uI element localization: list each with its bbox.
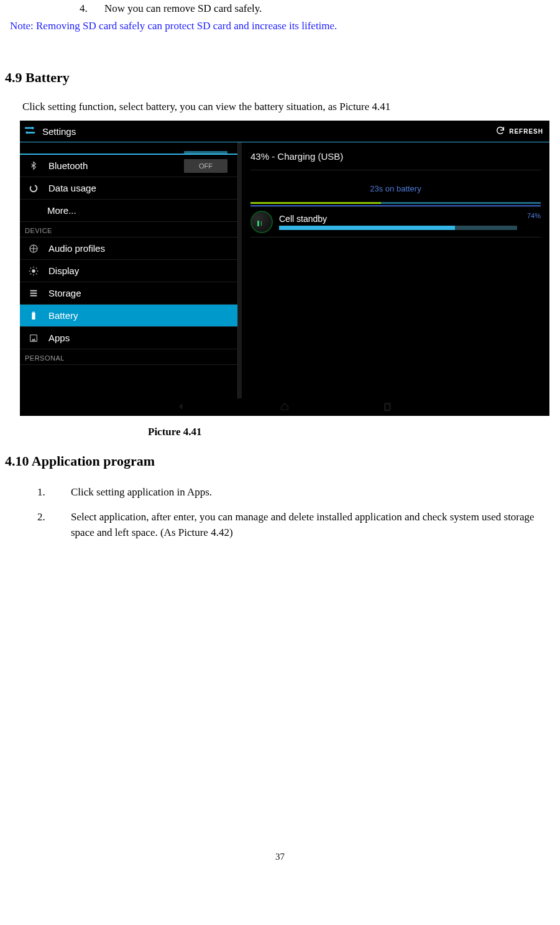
battery-usage-row[interactable]: Cell standby 74% — [250, 207, 541, 237]
sidebar-label: Display — [48, 265, 79, 276]
sidebar-item-storage[interactable]: Storage — [20, 282, 237, 305]
sidebar-item-bluetooth[interactable]: Bluetooth OFF — [20, 155, 237, 177]
step-1: 1. Click setting application in Apps. — [37, 484, 555, 500]
note-text: Note: Removing SD card safely can protec… — [10, 20, 550, 32]
cell-standby-icon — [250, 211, 273, 233]
svg-line-14 — [36, 267, 37, 268]
apps-icon — [27, 332, 40, 344]
svg-rect-19 — [33, 311, 35, 312]
android-nav-bar — [20, 398, 549, 416]
audio-icon — [27, 242, 40, 255]
sidebar-label: Apps — [48, 333, 70, 343]
settings-screenshot: Settings REFRESH Bluetooth OFF — [20, 121, 549, 416]
sidebar-item-data-usage[interactable]: Data usage — [20, 177, 237, 200]
step-text: Select application, after enter, you can… — [71, 509, 555, 541]
sidebar-label: Battery — [48, 310, 78, 321]
svg-rect-15 — [30, 290, 37, 291]
svg-point-3 — [25, 131, 28, 134]
sidebar-item-audio-profiles[interactable]: Audio profiles — [20, 237, 237, 260]
battery-status-row[interactable]: 43% - Charging (USB) — [250, 142, 541, 170]
sidebar-item-more[interactable]: More... — [20, 200, 237, 222]
svg-line-13 — [30, 274, 31, 274]
svg-point-6 — [32, 269, 35, 272]
data-usage-icon — [27, 182, 40, 195]
svg-line-11 — [30, 267, 31, 268]
bluetooth-icon — [27, 160, 40, 172]
sidebar-item-battery[interactable]: Battery — [20, 305, 237, 327]
list-item-4: 4. Now you can remove SD card safely. — [80, 2, 555, 15]
step-text: Click setting application in Apps. — [71, 484, 212, 500]
svg-rect-18 — [32, 312, 35, 319]
display-icon — [27, 265, 40, 277]
app-header: Settings REFRESH — [20, 121, 549, 142]
step-number: 1. — [37, 484, 71, 500]
battery-graph-underline — [250, 205, 541, 206]
battery-icon — [27, 310, 40, 322]
heading-4-10: 4.10 Application program — [5, 453, 555, 469]
settings-sidebar: Bluetooth OFF Data usage More... DEVICE … — [20, 142, 238, 398]
sidebar-label: Audio profiles — [48, 243, 105, 254]
list-number: 4. — [80, 2, 104, 15]
step-number: 2. — [37, 509, 71, 541]
svg-rect-16 — [30, 292, 37, 293]
list-text: Now you can remove SD card safely. — [104, 2, 262, 15]
battery-graph-label: 23s on battery — [370, 184, 421, 193]
recent-icon[interactable] — [383, 402, 393, 413]
heading-4-9: 4.9 Battery — [5, 70, 555, 86]
home-icon[interactable] — [280, 402, 290, 413]
sidebar-category-device: DEVICE — [20, 222, 237, 237]
battery-graph-bar — [250, 202, 541, 204]
refresh-label: REFRESH — [509, 128, 543, 135]
battery-graph-row[interactable]: 23s on battery — [250, 170, 541, 207]
usage-title: Cell standby — [279, 214, 517, 224]
usage-percent: 74% — [527, 212, 541, 219]
svg-point-1 — [32, 127, 34, 129]
sidebar-label: Data usage — [48, 183, 96, 193]
bluetooth-toggle-off[interactable]: OFF — [184, 159, 227, 173]
sidebar-item-display[interactable]: Display — [20, 260, 237, 282]
sidebar-label: More... — [47, 205, 76, 216]
sidebar-item-apps[interactable]: Apps — [20, 327, 237, 349]
usage-bar — [279, 226, 517, 230]
storage-icon — [27, 287, 40, 300]
step-2: 2. Select application, after enter, you … — [37, 509, 555, 541]
battery-content: 43% - Charging (USB) 23s on battery Cell… — [242, 142, 549, 398]
sidebar-label: Bluetooth — [48, 160, 88, 171]
sidebar-item-wifi[interactable] — [20, 142, 237, 155]
wifi-toggle-on[interactable] — [184, 151, 227, 154]
svg-point-4 — [30, 185, 37, 191]
page-number: 37 — [5, 852, 555, 862]
refresh-icon — [495, 126, 505, 137]
back-icon[interactable] — [177, 402, 186, 413]
svg-line-12 — [36, 274, 37, 274]
paragraph: Click setting function, select battery, … — [22, 101, 555, 113]
figure-caption: Picture 4.41 — [148, 426, 555, 438]
app-title: Settings — [42, 126, 76, 137]
sidebar-label: Storage — [48, 288, 81, 298]
battery-status-text: 43% - Charging (USB) — [250, 151, 343, 162]
refresh-button[interactable]: REFRESH — [495, 126, 543, 137]
svg-rect-17 — [30, 295, 37, 296]
settings-icon — [22, 124, 37, 139]
sidebar-category-personal: PERSONAL — [20, 349, 237, 365]
